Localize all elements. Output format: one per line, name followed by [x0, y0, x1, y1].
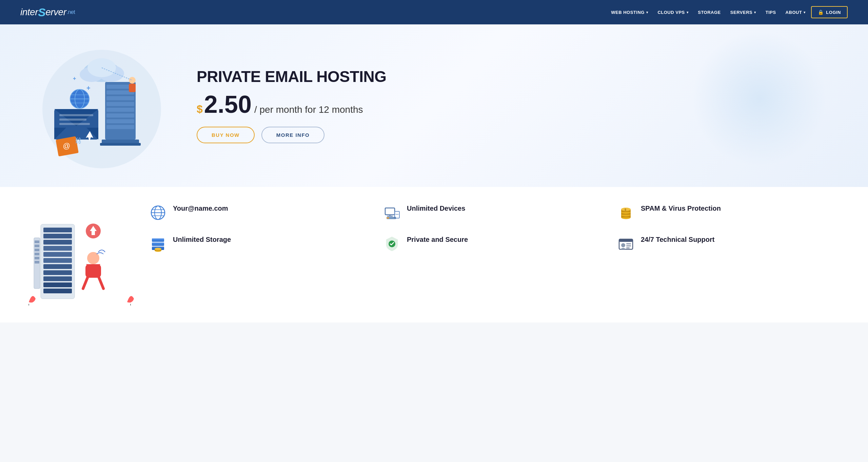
svg-rect-81	[152, 238, 164, 240]
storage-icon	[149, 235, 167, 253]
logo-s: S	[38, 6, 45, 19]
svg-text:@: @	[62, 141, 71, 151]
svg-rect-15	[100, 143, 141, 146]
svg-rect-47	[43, 282, 72, 287]
feature-spam-label: SPAM & Virus Protection	[641, 204, 721, 213]
price-amount: 2.50	[204, 92, 252, 117]
svg-rect-50	[35, 240, 39, 243]
svg-rect-83	[152, 243, 164, 244]
svg-rect-39	[43, 234, 72, 238]
feature-secure-label: Private and Secure	[407, 235, 468, 244]
logo-erver: erver	[45, 7, 66, 18]
svg-rect-20	[59, 114, 93, 116]
devices-icon	[383, 204, 401, 222]
features-section: Your@name.com Unlimited Devices	[0, 187, 868, 322]
feature-support: 24/7 Technical Support	[617, 235, 841, 253]
feature-devices-label: Unlimited Devices	[407, 204, 465, 213]
svg-rect-55	[35, 261, 39, 264]
shield-check-icon	[383, 235, 401, 253]
svg-rect-57	[85, 264, 101, 278]
svg-text:⛓: ⛓	[75, 137, 81, 144]
price-period: / per month for 12 months	[254, 104, 363, 115]
svg-rect-46	[43, 276, 72, 281]
svg-rect-69	[395, 214, 399, 215]
svg-rect-11	[106, 113, 134, 118]
svg-point-92	[621, 243, 625, 247]
svg-point-88	[155, 248, 161, 250]
feature-storage-label: Unlimited Storage	[173, 235, 231, 244]
svg-rect-43	[43, 258, 72, 263]
features-illustration	[27, 204, 136, 306]
spam-icon: $	[617, 204, 635, 222]
globe-icon	[149, 204, 167, 222]
svg-rect-48	[43, 289, 72, 293]
support-icon	[617, 235, 635, 253]
nav-storage[interactable]: STORAGE	[694, 7, 725, 18]
hero-illustration: @ + + ⛓	[27, 41, 176, 170]
feature-devices: Unlimited Devices	[383, 204, 607, 222]
svg-rect-22	[59, 123, 90, 125]
nav-servers[interactable]: SERVERS ▾	[726, 7, 760, 18]
svg-text:+: +	[86, 84, 91, 92]
nav-web-hosting[interactable]: WEB HOSTING ▾	[607, 7, 652, 18]
buy-now-button[interactable]: BUY NOW	[197, 127, 255, 143]
site-header: inter S erver .net WEB HOSTING ▾ CLOUD V…	[0, 0, 868, 24]
svg-rect-42	[43, 252, 72, 257]
hero-content: PRIVATE EMAIL HOSTING $ 2.50 / per month…	[197, 68, 841, 143]
feature-storage: Unlimited Storage	[149, 235, 373, 253]
svg-text:+: +	[73, 76, 76, 81]
hero-section: @ + + ⛓ PRIVATE EMAIL HOSTING $ 2.50 /	[0, 24, 868, 187]
feature-email-label: Your@name.com	[173, 204, 228, 213]
chevron-down-icon: ▾	[646, 10, 648, 14]
page-title: PRIVATE EMAIL HOSTING	[197, 68, 841, 85]
hero-buttons: BUY NOW MORE INFO	[197, 127, 841, 143]
more-info-button[interactable]: MORE INFO	[261, 127, 325, 143]
svg-rect-52	[35, 249, 39, 251]
svg-rect-51	[35, 245, 39, 247]
svg-rect-9	[106, 102, 134, 106]
nav-cloud-vps[interactable]: CLOUD VPS ▾	[653, 7, 692, 18]
svg-rect-10	[106, 108, 134, 112]
features-grid: Your@name.com Unlimited Devices	[149, 204, 841, 253]
svg-rect-38	[43, 228, 72, 232]
main-nav: WEB HOSTING ▾ CLOUD VPS ▾ STORAGE SERVER…	[607, 6, 848, 18]
svg-rect-45	[43, 270, 72, 275]
chevron-down-icon: ▾	[804, 10, 806, 14]
feature-support-label: 24/7 Technical Support	[641, 235, 714, 244]
svg-rect-53	[35, 253, 39, 255]
svg-rect-12	[106, 119, 134, 123]
svg-rect-41	[43, 246, 72, 251]
svg-rect-65	[385, 208, 395, 215]
svg-rect-40	[43, 240, 72, 245]
logo-inter: inter	[20, 7, 38, 18]
feature-email: Your@name.com	[149, 204, 373, 222]
svg-rect-44	[43, 264, 72, 269]
svg-rect-8	[106, 96, 134, 100]
feature-secure: Private and Secure	[383, 235, 607, 253]
svg-rect-91	[619, 239, 633, 242]
svg-rect-13	[106, 125, 134, 129]
nav-tips[interactable]: TIPS	[762, 7, 780, 18]
svg-point-56	[87, 252, 99, 264]
chevron-down-icon: ▾	[754, 10, 756, 14]
site-logo[interactable]: inter S erver .net	[20, 6, 75, 19]
lock-icon: 🔒	[818, 9, 824, 15]
feature-spam: $ SPAM & Virus Protection	[617, 204, 841, 222]
login-button[interactable]: 🔒 LOGIN	[811, 6, 848, 18]
svg-text:$: $	[625, 208, 626, 211]
svg-rect-31	[129, 84, 136, 92]
logo-net: .net	[66, 9, 75, 15]
chevron-down-icon: ▾	[687, 10, 689, 14]
svg-rect-21	[59, 119, 86, 121]
nav-about[interactable]: ABOUT ▾	[782, 7, 810, 18]
svg-rect-54	[35, 257, 39, 259]
svg-rect-71	[387, 217, 389, 218]
price-dollar: $	[197, 104, 203, 114]
pricing-row: $ 2.50 / per month for 12 months	[197, 92, 841, 117]
